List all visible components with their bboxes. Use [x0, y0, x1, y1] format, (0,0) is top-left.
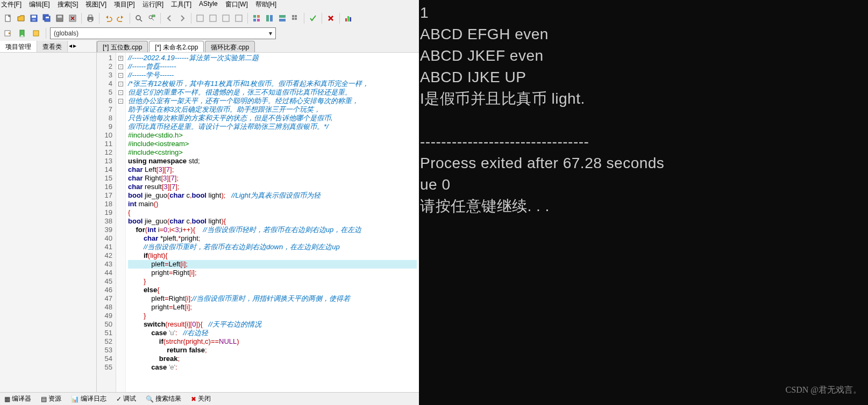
svg-rect-38 — [33, 31, 39, 36]
svg-rect-2 — [32, 16, 36, 18]
bookmark-list-icon[interactable] — [30, 27, 42, 39]
save-as-icon[interactable] — [54, 12, 66, 24]
grid2-icon[interactable] — [264, 12, 275, 24]
svg-rect-0 — [5, 15, 10, 21]
editor-panel: [*] 五位数.cpp[*] 未命名2.cpp循环比赛.cpp 12345678… — [97, 41, 419, 392]
menu-search[interactable]: 搜索[S] — [58, 0, 79, 11]
svg-rect-21 — [253, 15, 256, 18]
compile-icon[interactable] — [194, 12, 206, 24]
svg-rect-1 — [31, 15, 37, 21]
svg-rect-27 — [279, 15, 286, 18]
menu-astyle[interactable]: AStyle — [199, 0, 218, 11]
resources-icon: ▤ — [41, 395, 47, 403]
close-file-icon[interactable] — [67, 12, 79, 24]
watermark: CSDN @君无戏言。 — [786, 379, 862, 401]
scope-combo[interactable]: (globals) ▾ — [50, 27, 276, 39]
menu-project[interactable]: 项目[P] — [114, 0, 135, 11]
tab-resources[interactable]: ▤资源 — [38, 393, 65, 404]
log-icon: 📊 — [71, 395, 79, 403]
tab-debug[interactable]: ✓调试 — [113, 393, 139, 404]
svg-rect-35 — [350, 17, 351, 21]
menu-run[interactable]: 运行[R] — [143, 0, 163, 11]
code-view[interactable]: //-----2022.4.19------算法第一次实验第二题//------… — [126, 53, 419, 392]
redo-icon[interactable] — [115, 12, 127, 24]
grid4-icon[interactable] — [289, 12, 301, 24]
menu-window[interactable]: 窗口[W] — [225, 0, 248, 11]
compile-run-icon[interactable] — [220, 12, 232, 24]
svg-rect-4 — [43, 15, 48, 20]
replace-icon[interactable] — [146, 12, 158, 24]
svg-rect-37 — [20, 30, 24, 37]
svg-rect-24 — [257, 19, 260, 21]
sidebar-tab-project[interactable]: 项目管理 — [0, 41, 37, 52]
open-file-icon[interactable] — [15, 12, 27, 24]
svg-rect-17 — [197, 15, 203, 21]
svg-rect-22 — [257, 15, 260, 18]
tab-compile-log[interactable]: 📊编译日志 — [68, 393, 110, 404]
menu-tools[interactable]: 工具[T] — [171, 0, 191, 11]
bookmark-add-icon[interactable] — [16, 27, 28, 39]
chevron-down-icon: ▾ — [269, 30, 272, 37]
editor-tab[interactable]: [*] 五位数.cpp — [97, 41, 148, 52]
editor-tab[interactable]: [*] 未命名2.cpp — [149, 41, 204, 52]
svg-rect-12 — [89, 19, 92, 21]
chart-icon[interactable] — [343, 12, 354, 24]
arrow-left-icon[interactable]: ◂ — [69, 42, 72, 51]
svg-rect-34 — [347, 16, 349, 21]
line-gutter: 1234567891011121314151617181938394041424… — [97, 53, 116, 392]
svg-rect-6 — [46, 17, 49, 18]
rebuild-icon[interactable] — [233, 12, 245, 24]
delete-icon[interactable] — [325, 12, 337, 24]
tab-compiler[interactable]: ▦编译器 — [1, 393, 34, 404]
check-icon[interactable] — [307, 12, 319, 24]
svg-rect-5 — [45, 16, 50, 21]
new-file-icon[interactable] — [2, 12, 14, 24]
svg-rect-23 — [253, 19, 256, 21]
terminal-output: 1 ABCD EFGH even ABCD JKEF even ABCD IJK… — [420, 4, 664, 214]
svg-rect-29 — [292, 15, 294, 17]
svg-rect-31 — [292, 18, 294, 20]
svg-line-14 — [140, 19, 142, 21]
close-tab-icon: ✖ — [191, 395, 196, 403]
menu-edit[interactable]: 编辑[E] — [29, 0, 50, 11]
sidebar: 项目管理 查看类 ◂▸ — [0, 41, 97, 392]
svg-rect-16 — [152, 15, 155, 17]
run-icon[interactable] — [207, 12, 219, 24]
menu-bar: 文件[F] 编辑[E] 搜索[S] 视图[V] 项目[P] 运行[R] 工具[T… — [0, 0, 419, 11]
terminal-panel[interactable]: 1 ABCD EFGH even ABCD JKEF even ABCD IJK… — [419, 0, 868, 405]
svg-rect-18 — [210, 15, 216, 21]
undo-icon[interactable] — [102, 12, 114, 24]
grid1-icon[interactable] — [251, 12, 262, 24]
ide-panel: 文件[F] 编辑[E] 搜索[S] 视图[V] 项目[P] 运行[R] 工具[T… — [0, 0, 419, 405]
save-all-icon[interactable] — [41, 12, 53, 24]
search-results-icon: 🔍 — [146, 395, 154, 403]
svg-rect-36 — [5, 31, 10, 36]
svg-rect-20 — [236, 15, 242, 21]
tab-close[interactable]: ✖关闭 — [188, 393, 214, 404]
menu-file[interactable]: 文件[F] — [1, 0, 22, 11]
svg-rect-26 — [270, 15, 273, 21]
svg-rect-8 — [58, 16, 62, 18]
editor-tab[interactable]: 循环比赛.cpp — [205, 41, 255, 52]
back-icon[interactable] — [163, 12, 175, 24]
svg-rect-30 — [295, 15, 297, 17]
goto-icon[interactable] — [2, 27, 14, 39]
menu-help[interactable]: 帮助[H] — [255, 0, 276, 11]
fold-gutter[interactable]: +----- — [116, 53, 126, 392]
tab-search-results[interactable]: 🔍搜索结果 — [143, 393, 184, 404]
svg-rect-19 — [223, 15, 229, 21]
sidebar-tab-class[interactable]: 查看类 — [37, 41, 68, 52]
svg-rect-3 — [32, 19, 35, 21]
arrow-right-icon[interactable]: ▸ — [73, 42, 76, 51]
bottom-tabs: ▦编译器 ▤资源 📊编译日志 ✓调试 🔍搜索结果 ✖关闭 — [0, 392, 419, 405]
find-icon[interactable] — [133, 12, 145, 24]
grid3-icon[interactable] — [276, 12, 288, 24]
editor-tabs: [*] 五位数.cpp[*] 未命名2.cpp循环比赛.cpp — [97, 41, 419, 53]
print-icon[interactable] — [84, 12, 96, 24]
menu-view[interactable]: 视图[V] — [86, 0, 106, 11]
svg-rect-7 — [56, 15, 63, 21]
save-icon[interactable] — [28, 12, 40, 24]
main-toolbar — [0, 11, 419, 26]
forward-icon[interactable] — [176, 12, 188, 24]
svg-rect-25 — [266, 15, 269, 21]
